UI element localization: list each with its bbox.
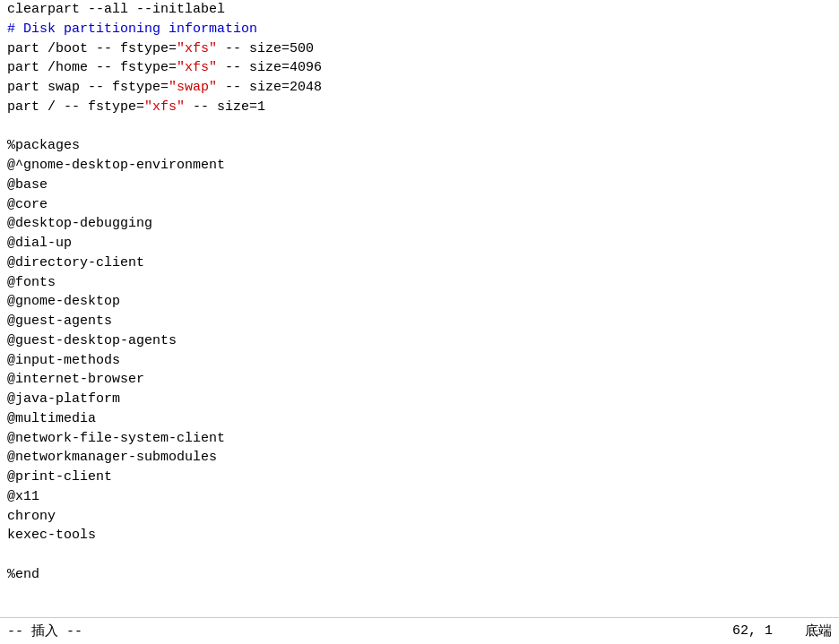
code-segment: part / -- fstype=: [7, 99, 144, 115]
code-line: @fonts: [7, 273, 832, 293]
code-line: @network-file-system-client: [7, 429, 832, 449]
code-segment: @guest-agents: [7, 313, 112, 329]
code-segment: part /home -- fstype=: [7, 60, 177, 75]
code-line: # Disk partitioning information: [7, 20, 832, 39]
code-segment: @input-methods: [7, 353, 120, 368]
code-segment: @internet-browser: [7, 372, 144, 387]
code-segment: part /boot -- fstype=: [7, 41, 177, 56]
code-segment: @java-platform: [7, 391, 120, 407]
code-line: [7, 545, 832, 565]
status-position: 62, 1: [732, 623, 773, 639]
code-segment: "xfs": [144, 99, 185, 115]
code-segment: @core: [7, 197, 48, 212]
code-segment: @directory-client: [7, 255, 144, 270]
code-line: @core: [7, 195, 832, 215]
code-segment: @base: [7, 177, 48, 193]
code-segment: -- size=500: [217, 41, 314, 56]
code-line: @multimedia: [7, 409, 832, 429]
code-line: @^gnome-desktop-environment: [7, 156, 832, 176]
code-line: part /home -- fstype="xfs" -- size=4096: [7, 58, 832, 78]
code-line: %end: [7, 565, 832, 585]
status-bottom-label: 底端: [805, 623, 832, 640]
code-line: part /boot -- fstype="xfs" -- size=500: [7, 39, 832, 59]
code-segment: "swap": [169, 80, 217, 95]
code-segment: @networkmanager-submodules: [7, 450, 217, 465]
code-segment: @fonts: [7, 275, 56, 290]
code-line: @gnome-desktop: [7, 292, 832, 312]
code-segment: @dial-up: [7, 236, 72, 251]
code-line: kexec-tools: [7, 526, 832, 545]
code-segment: -- size=1: [185, 99, 265, 115]
code-segment: @network-file-system-client: [7, 431, 225, 446]
code-line: @desktop-debugging: [7, 214, 832, 234]
code-segment: # Disk partitioning information: [7, 21, 257, 37]
code-segment: -- size=2048: [217, 80, 322, 95]
code-line: [7, 117, 832, 137]
code-line: part swap -- fstype="swap" -- size=2048: [7, 78, 832, 98]
code-segment: @gnome-desktop: [7, 294, 120, 309]
code-segment: kexec-tools: [7, 528, 96, 543]
code-line: @input-methods: [7, 351, 832, 371]
code-line: @x11: [7, 487, 832, 507]
code-segment: -- size=4096: [217, 60, 322, 75]
code-line: part / -- fstype="xfs" -- size=1: [7, 98, 832, 117]
code-segment: @multimedia: [7, 411, 96, 426]
editor-area[interactable]: clearpart --all --initlabel# Disk partit…: [0, 0, 839, 617]
code-segment: chrony: [7, 509, 56, 524]
code-line: @guest-agents: [7, 312, 832, 331]
code-segment: %packages: [7, 138, 80, 153]
code-segment: clearpart --all --initlabel: [7, 2, 225, 17]
code-line: chrony: [7, 507, 832, 527]
status-bar: -- 插入 -- 62, 1 底端: [0, 617, 839, 644]
code-segment: @print-client: [7, 469, 112, 485]
code-segment: part swap -- fstype=: [7, 80, 169, 95]
code-line: @dial-up: [7, 234, 832, 253]
code-line: @print-client: [7, 468, 832, 487]
code-line: @internet-browser: [7, 370, 832, 390]
code-segment: "xfs": [177, 60, 217, 75]
code-line: @java-platform: [7, 390, 832, 409]
code-segment: @^gnome-desktop-environment: [7, 158, 225, 173]
code-line: @networkmanager-submodules: [7, 448, 832, 468]
status-mode: -- 插入 --: [7, 623, 82, 640]
code-line: clearpart --all --initlabel: [7, 0, 832, 20]
code-segment: @x11: [7, 489, 39, 504]
code-segment: "xfs": [177, 41, 217, 56]
code-line: @directory-client: [7, 253, 832, 273]
code-line: %packages: [7, 136, 832, 156]
code-segment: %end: [7, 567, 39, 582]
code-segment: @desktop-debugging: [7, 216, 152, 231]
code-line: @guest-desktop-agents: [7, 331, 832, 351]
code-line: @base: [7, 176, 832, 195]
code-segment: @guest-desktop-agents: [7, 333, 177, 348]
